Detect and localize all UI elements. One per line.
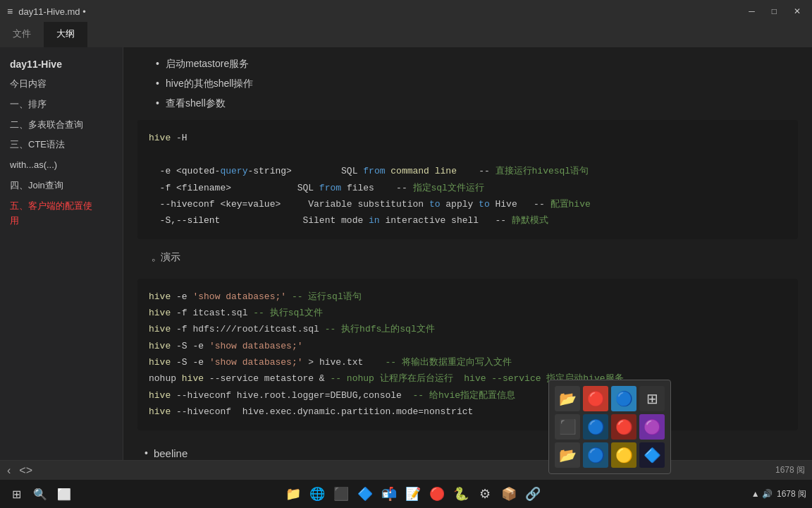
code-line-8: hive --hiveconf hive.exec.dynamic.partit… [149, 404, 787, 420]
sidebar-doc-title: day11-Hive [0, 54, 123, 74]
taskbar-app-2[interactable]: 🌐 [306, 483, 328, 505]
tray-time: 1678 阅 [777, 488, 806, 500]
beeline-dot: • [144, 445, 148, 461]
sidebar-item-join2[interactable]: 四、Join查询 [0, 176, 123, 196]
taskview-button[interactable]: ⬜ [54, 483, 75, 504]
code-option-silent: -S,--silent Silent mode in interactive s… [149, 212, 787, 229]
code-block-2: hive -e 'show databases;' -- 运行sql语句 hiv… [137, 279, 798, 430]
sidebar-item-client[interactable]: 五、客户端的配置使用 [0, 196, 123, 231]
titlebar-controls: ─ □ ✕ [744, 5, 805, 18]
top-bullet-list: 启动metastore服务 hive的其他shell操作 查看shell参数 [137, 54, 798, 113]
taskbar-app-4[interactable]: 🔷 [354, 483, 376, 505]
taskbar-app-7[interactable]: 🔴 [426, 483, 448, 505]
code-block-1: hive -H -e <quoted-query-string> SQL fro… [137, 120, 798, 238]
taskbar-app-6[interactable]: 📝 [402, 483, 424, 505]
taskbar-apps: 📁 🌐 ⬛ 🔷 📬 📝 🔴 🐍 ⚙ 📦 🔗 [282, 483, 544, 505]
popup-icon-6[interactable]: 🔵 [583, 414, 608, 440]
beeline-label: beeline [154, 445, 187, 460]
bullet-shell-ops: hive的其他shell操作 [152, 74, 798, 94]
taskbar-app-10[interactable]: 📦 [498, 483, 520, 505]
back-button[interactable]: ‹ [7, 464, 11, 477]
code-line-2: hive -f itcast.sql -- 执行sql文件 [149, 305, 787, 321]
maximize-button[interactable]: □ [768, 5, 781, 18]
demo-section: ◦ 演示 [137, 246, 798, 272]
tray-icons: ▲ 🔊 [751, 489, 773, 499]
close-button[interactable]: ✕ [789, 5, 805, 18]
sidebar-item-with[interactable]: with...as(...) [0, 155, 123, 176]
taskbar: ⊞ 🔍 ⬜ 📁 🌐 ⬛ 🔷 📬 📝 🔴 🐍 ⚙ 📦 🔗 ▲ 🔊 1678 阅 [0, 480, 812, 508]
bullet-shell-params: 查看shell参数 [152, 94, 798, 114]
code-button[interactable]: <> [19, 464, 32, 477]
titlebar-title: day11-Hive.md • [18, 6, 86, 17]
sidebar-item-cte[interactable]: 三、CTE语法 [0, 135, 123, 155]
bottombar: ‹ <> 1678 阅 [0, 460, 812, 480]
taskbar-app-3[interactable]: ⬛ [330, 483, 352, 505]
popup-icon-7[interactable]: 🔴 [611, 414, 636, 440]
search-button[interactable]: 🔍 [30, 483, 51, 504]
start-button[interactable]: ⊞ [6, 483, 27, 504]
content-area: 启动metastore服务 hive的其他shell操作 查看shell参数 h… [123, 47, 812, 460]
sidebar: day11-Hive 今日内容 一、排序 二、多表联合查询 三、CTE语法 wi… [0, 47, 123, 460]
taskbar-start: ⊞ 🔍 ⬜ [6, 483, 75, 504]
popup-icon-8[interactable]: 🟣 [639, 414, 665, 440]
bottombar-left: ‹ <> [7, 464, 32, 477]
titlebar-left: ≡ day11-Hive.md • [7, 6, 86, 17]
taskbar-app-1[interactable]: 📁 [282, 483, 304, 505]
popup-icon-4[interactable]: ⊞ [639, 386, 665, 411]
popup-icon-3[interactable]: 🔵 [611, 386, 636, 411]
tab-outline[interactable]: 大纲 [44, 22, 87, 47]
menu-icon[interactable]: ≡ [7, 6, 13, 17]
code-option-hiveconf: --hiveconf <key=value> Variable substitu… [149, 196, 787, 212]
beeline-section: • beeline [137, 437, 798, 460]
code-option-f: -f <filename> SQL from files -- 指定sql文件运… [149, 180, 787, 196]
sidebar-item-sort[interactable]: 一、排序 [0, 95, 123, 115]
main-layout: day11-Hive 今日内容 一、排序 二、多表联合查询 三、CTE语法 wi… [0, 47, 812, 460]
bottombar-info: 1678 阅 [775, 464, 805, 476]
code-line-3: hive -f hdfs:///root/itcast.sql -- 执行hdf… [149, 321, 787, 337]
code-option-e: -e <quoted-query-string> SQL from comman… [149, 163, 787, 179]
popup-icon-11[interactable]: 🟡 [611, 442, 636, 468]
bullet-metastore: 启动metastore服务 [152, 54, 798, 74]
taskbar-app-11[interactable]: 🔗 [522, 483, 544, 505]
system-tray-popup[interactable]: 📂 🔴 🔵 ⊞ ⬛ 🔵 🔴 🟣 📂 🔵 🟡 🔷 [548, 380, 671, 474]
popup-icon-5[interactable]: ⬛ [555, 414, 580, 440]
code-line-1: hive -e 'show databases;' -- 运行sql语句 [149, 289, 787, 305]
code-line-5: hive -S -e 'show databases;' > hive.txt … [149, 354, 787, 370]
titlebar: ≡ day11-Hive.md • ─ □ ✕ [0, 0, 812, 23]
popup-icon-2[interactable]: 🔴 [583, 386, 608, 411]
minimize-button[interactable]: ─ [744, 5, 759, 18]
popup-icon-10[interactable]: 🔵 [583, 442, 608, 468]
code-line-6: nohup hive --service metastore & -- nohu… [149, 370, 787, 387]
code-line-7: hive --hiveconf hive.root.logger=DEBUG,c… [149, 387, 787, 404]
taskbar-tray: ▲ 🔊 1678 阅 [751, 488, 806, 500]
sidebar-item-today[interactable]: 今日内容 [0, 74, 123, 95]
popup-icon-1[interactable]: 📂 [555, 386, 580, 411]
tab-file[interactable]: 文件 [0, 22, 44, 47]
popup-icon-9[interactable]: 📂 [555, 442, 580, 468]
popup-icon-12[interactable]: 🔷 [639, 442, 665, 468]
code-line-4: hive -S -e 'show databases;' [149, 338, 787, 354]
sidebar-item-join[interactable]: 二、多表联合查询 [0, 115, 123, 135]
demo-dot: ◦ [152, 252, 155, 269]
taskbar-app-5[interactable]: 📬 [378, 483, 400, 505]
code-line-hive-h: hive -H [149, 130, 787, 146]
taskbar-app-8[interactable]: 🐍 [450, 483, 472, 505]
demo-label: 演示 [161, 249, 180, 266]
tabbar: 文件 大纲 [0, 23, 812, 47]
taskbar-app-9[interactable]: ⚙ [474, 483, 496, 505]
